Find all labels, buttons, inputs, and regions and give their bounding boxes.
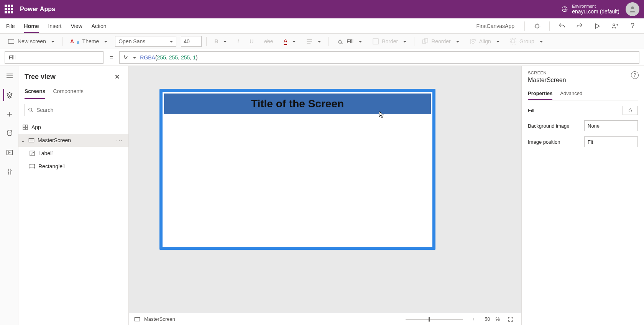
chevron-down-icon[interactable]: ⌄: [21, 137, 25, 143]
menu-home[interactable]: Home: [24, 19, 39, 33]
menu-action[interactable]: Action: [92, 19, 107, 33]
rail-hamburger[interactable]: [3, 70, 15, 82]
fill-color-picker[interactable]: [623, 106, 638, 115]
svg-point-21: [34, 164, 35, 165]
tree-search-input[interactable]: [36, 107, 119, 113]
fx-label: fx: [123, 54, 128, 61]
environment-label: Environment: [572, 4, 619, 8]
canvas-screen[interactable]: Title of the Screen: [159, 89, 435, 250]
fill-button[interactable]: Fill: [334, 38, 365, 45]
rail-media[interactable]: [3, 146, 15, 159]
svg-rect-5: [373, 39, 378, 44]
property-select[interactable]: Fill: [5, 51, 104, 64]
svg-point-23: [34, 167, 35, 168]
user-avatar[interactable]: [626, 2, 639, 16]
share-icon[interactable]: [610, 21, 620, 31]
font-size-value: 40: [184, 38, 190, 44]
tree-item-masterscreen[interactable]: ⌄ MasterScreen ···: [18, 134, 128, 147]
undo-icon[interactable]: [557, 21, 567, 31]
tab-advanced[interactable]: Advanced: [560, 87, 582, 100]
label-icon: [29, 150, 35, 156]
underline-button[interactable]: U: [246, 38, 256, 44]
bold-button[interactable]: B: [211, 38, 230, 44]
menu-view[interactable]: View: [71, 19, 82, 33]
svg-point-3: [613, 24, 615, 26]
close-icon[interactable]: ✕: [112, 71, 122, 82]
canvas-title-text: Title of the Screen: [251, 98, 344, 110]
panel-help-icon[interactable]: ?: [631, 71, 639, 79]
svg-rect-14: [26, 125, 28, 127]
menu-file[interactable]: File: [6, 19, 15, 33]
svg-point-1: [631, 7, 634, 9]
tree-view-title: Tree view: [25, 73, 56, 81]
border-label: Border: [382, 38, 398, 44]
align-icon: [470, 38, 476, 44]
menu-insert[interactable]: Insert: [48, 19, 61, 33]
tab-components[interactable]: Components: [53, 84, 83, 99]
tree-item-rectangle1[interactable]: Rectangle1: [18, 160, 128, 173]
theme-label: Theme: [82, 38, 99, 44]
environment-icon: [561, 6, 568, 13]
zoom-slider[interactable]: [406, 319, 463, 320]
more-icon[interactable]: ···: [116, 137, 125, 143]
menu-bar: File Home Insert View Action FirstCanvas…: [0, 18, 644, 34]
border-icon: [373, 38, 379, 44]
italic-button[interactable]: I: [234, 38, 242, 44]
tree-search[interactable]: [25, 104, 122, 116]
formula-input[interactable]: fx RGBA(255, 255, 255, 1): [119, 51, 639, 64]
zoom-out-button[interactable]: −: [389, 314, 400, 325]
color-picker-icon: [628, 108, 633, 113]
tree-list: App ⌄ MasterScreen ··· Label1 Rectangle1: [18, 121, 128, 325]
tree-item-label: Rectangle1: [38, 163, 66, 169]
screen-icon: [28, 138, 34, 143]
tree-item-label1[interactable]: Label1: [18, 147, 128, 160]
help-icon[interactable]: ?: [627, 21, 638, 31]
fill-icon: [337, 38, 343, 45]
zoom-in-button[interactable]: +: [468, 314, 479, 325]
svg-rect-8: [511, 39, 516, 44]
tree-item-app[interactable]: App: [18, 121, 128, 134]
font-select[interactable]: Open Sans: [115, 36, 176, 47]
border-button[interactable]: Border: [370, 38, 409, 44]
reorder-label: Reorder: [431, 38, 451, 44]
canvas-title-banner[interactable]: Title of the Screen: [164, 94, 431, 114]
product-name: Power Apps: [20, 6, 55, 13]
imgpos-select[interactable]: Fit: [584, 136, 638, 147]
theme-button[interactable]: Aa Theme: [67, 38, 110, 44]
rail-insert[interactable]: [3, 108, 15, 120]
rail-advanced-tools[interactable]: [3, 166, 15, 178]
bgimage-select[interactable]: None: [584, 120, 638, 131]
fx-chevron-icon[interactable]: [131, 54, 136, 61]
align-button[interactable]: Align: [467, 38, 503, 44]
property-name: Fill: [9, 54, 16, 61]
tab-properties[interactable]: Properties: [528, 87, 552, 100]
new-screen-button[interactable]: New screen: [5, 38, 58, 44]
font-size-input[interactable]: 40: [181, 36, 202, 47]
rail-tree-view[interactable]: [3, 89, 15, 101]
strikethrough-button[interactable]: abc: [261, 38, 276, 44]
properties-panel: ? SCREEN MasterScreen Properties Advance…: [521, 66, 644, 325]
svg-rect-9: [512, 40, 515, 43]
redo-icon[interactable]: [574, 21, 585, 31]
app-launcher-icon[interactable]: [5, 5, 14, 14]
environment-picker[interactable]: Environment enayu.com (default): [561, 4, 619, 15]
group-button[interactable]: Group: [507, 38, 546, 44]
rectangle-icon: [29, 163, 35, 169]
canvas-area[interactable]: Title of the Screen MasterScreen − + 50 …: [129, 66, 521, 325]
svg-rect-15: [23, 128, 25, 130]
cursor-icon: [379, 111, 384, 118]
rail-data[interactable]: [3, 127, 15, 140]
play-icon[interactable]: [592, 21, 603, 31]
reorder-icon: [422, 38, 428, 44]
prop-label-fill: Fill: [528, 108, 534, 113]
tab-screens[interactable]: Screens: [25, 84, 45, 99]
imgpos-value: Fit: [588, 139, 593, 145]
svg-point-2: [535, 24, 539, 28]
reorder-button[interactable]: Reorder: [419, 38, 462, 44]
ribbon: New screen Aa Theme Open Sans 40 B I U a…: [0, 34, 644, 49]
app-checker-icon[interactable]: [532, 21, 542, 31]
fit-screen-icon[interactable]: [505, 314, 516, 325]
font-color-button[interactable]: A: [281, 38, 299, 45]
media-icon: [6, 149, 13, 156]
text-align-button[interactable]: [303, 38, 324, 44]
